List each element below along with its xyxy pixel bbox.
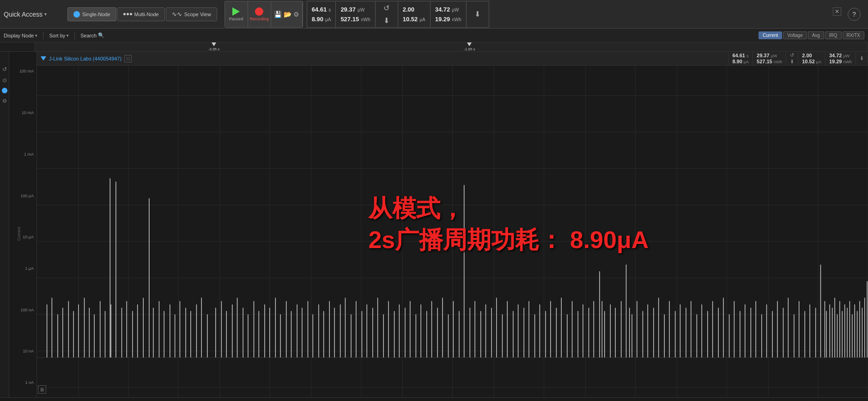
chart-svg-area[interactable]: ⊞	[37, 66, 868, 397]
cs-power-val: 29.37	[757, 53, 770, 58]
energy-value: 527.15	[340, 16, 359, 23]
y-label-100ua: 100 μA	[20, 194, 34, 198]
single-node-label: Single-Node	[82, 12, 110, 17]
y-axis-title: Current	[17, 227, 21, 241]
cs-time-unit: s	[747, 54, 749, 58]
sort-by-label: Sort by	[49, 33, 65, 38]
load-icon[interactable]: 📂	[284, 11, 291, 18]
close-col: ⬇	[467, 1, 489, 27]
reset-col: ↺ ⬇	[376, 1, 398, 27]
power-stat: 29.37 μW 527.15 nWh	[336, 1, 375, 27]
toolbar-row: Display Node ▾ Sort by ▾ Search 🔍 Curren…	[0, 29, 868, 43]
record-icon	[255, 7, 263, 16]
sort-by-button[interactable]: Sort by ▾	[49, 33, 69, 38]
quick-access-label: Quick Access	[4, 11, 42, 18]
view-buttons: Single-Node Multi-Node ∿∿ Scope View	[67, 7, 217, 21]
cs-download2-icon[interactable]: ⬇	[860, 55, 864, 61]
cap2-stat: 34.72 μW 19.29 nWh	[431, 1, 467, 27]
filter-rxtx[interactable]: RX/TX	[843, 31, 864, 39]
y-label-10ma: 10 mA	[22, 110, 34, 115]
cs-en2-val: 19.29	[829, 59, 842, 64]
en2-value: 19.29	[435, 16, 450, 23]
time-value: 64.61	[312, 6, 327, 13]
single-node-button[interactable]: Single-Node	[67, 7, 116, 21]
close-button[interactable]: ✕	[833, 7, 841, 16]
play-button[interactable]: Paused	[225, 1, 248, 27]
power-value: 29.37	[340, 6, 356, 13]
marker-2-label: -1.95 s	[464, 47, 475, 51]
power-unit: μW	[358, 7, 364, 12]
toolbar-divider-2	[74, 32, 75, 39]
y-label-1ua: 1 μA	[25, 266, 34, 271]
cs-cur-unit: μA	[744, 60, 749, 64]
multi-node-icon	[123, 13, 132, 15]
cs-time: 64.61 s 8.90 μA	[728, 52, 753, 65]
zoom-in-button[interactable]: ↺	[1, 66, 8, 73]
cs-reset: ↺ ⬇	[786, 52, 798, 66]
cs-cap2-unit: μW	[843, 54, 850, 58]
timeline-bar[interactable]: -3.95 s -1.95 s	[35, 43, 868, 51]
filter-irq[interactable]: IRQ	[825, 31, 842, 39]
timeline-marker-1: -3.95 s	[208, 43, 219, 51]
device-expand-icon	[41, 56, 46, 61]
cs-time-val: 64.61	[732, 53, 745, 58]
download-button[interactable]: ⬇	[380, 16, 393, 25]
device-expand-button[interactable]: □	[124, 55, 132, 62]
reset-button[interactable]: ↺	[380, 3, 393, 13]
cs-cap2-val: 34.72	[829, 53, 842, 58]
scope-view-label: Scope View	[184, 12, 211, 17]
cs-download-icon[interactable]: ⬇	[790, 59, 794, 65]
waveform-chart	[37, 66, 868, 397]
time-stat: 64.61 s 8.90 μA	[307, 1, 336, 27]
current-unit: μA	[325, 17, 331, 22]
cs-energy-unit: nWh	[774, 60, 783, 64]
y-label-1na: 1 nA	[25, 380, 34, 385]
cs-energy-val: 527.15	[757, 59, 772, 64]
transport-icons: 💾 📂 ⚙	[271, 1, 303, 27]
scope-view-icon: ∿∿	[172, 11, 182, 18]
zoom-out-button[interactable]: ⊖	[1, 97, 8, 104]
x-axis-row: -4.25 s -3.95 s -3.75 s -3.50 s -3.25 s …	[0, 397, 868, 401]
cur2-value: 10.52	[403, 16, 418, 23]
multi-node-button[interactable]: Multi-Node	[117, 7, 165, 21]
help-button[interactable]: ?	[848, 8, 861, 21]
settings-icon[interactable]: ⚙	[293, 11, 299, 18]
scope-view-button[interactable]: ∿∿ Scope View	[166, 7, 217, 21]
cs-cur-val: 8.90	[732, 59, 742, 64]
chart-container[interactable]: J-Link Silicon Labs (440054947) □ 64.61 …	[37, 52, 868, 397]
record-button[interactable]: Recording	[248, 1, 271, 27]
cs-power-unit: μW	[771, 54, 777, 58]
chart-bottom-icon[interactable]: ⊞	[38, 385, 46, 394]
search-button[interactable]: Search 🔍	[80, 32, 104, 38]
filter-current[interactable]: Current	[759, 31, 782, 39]
play-label: Paused	[229, 17, 243, 21]
stats-panel: 64.61 s 8.90 μA 29.37 μW 527.15 nWh ↺ ⬇	[307, 1, 489, 28]
cs-cur2-unit: μA	[816, 60, 821, 64]
save-icon[interactable]: 💾	[274, 11, 282, 18]
display-node-button[interactable]: Display Node ▾	[4, 33, 37, 38]
filter-voltage[interactable]: Voltage	[783, 31, 807, 39]
y-axis-controls: ↺ ⊙ ⊖	[0, 52, 9, 397]
filter-avg[interactable]: Avg	[808, 31, 824, 39]
cap-stat: 2.00 10.52 μA	[398, 1, 431, 27]
multi-node-label: Multi-Node	[134, 12, 159, 17]
single-node-icon	[73, 11, 80, 18]
timeline-row: -3.95 s -1.95 s	[0, 43, 868, 52]
chart-stats-header: 64.61 s 8.90 μA 29.37 μW 527.15 nWh	[728, 52, 868, 66]
marker-1-triangle	[212, 43, 216, 46]
y-label-10ua: 10 μA	[23, 235, 34, 239]
download2-button[interactable]: ⬇	[471, 8, 484, 21]
cs-reset-icon[interactable]: ↺	[790, 52, 794, 58]
y-axis-dot[interactable]	[2, 88, 7, 93]
cs-cur2-val: 10.52	[802, 59, 815, 64]
cs-cap: 2.00 10.52 μA	[798, 52, 826, 65]
time-unit: s	[328, 7, 331, 12]
quick-access-chevron[interactable]: ▾	[44, 12, 47, 17]
marker-1-label: -3.95 s	[208, 47, 219, 51]
display-node-chevron: ▾	[35, 33, 37, 38]
sort-by-chevron: ▾	[67, 33, 69, 38]
en2-unit: nWh	[452, 17, 461, 22]
toolbar-divider-1	[43, 32, 43, 39]
filter-tabs: Current Voltage Avg IRQ RX/TX	[759, 31, 864, 39]
zoom-fit-button[interactable]: ⊙	[1, 77, 8, 84]
